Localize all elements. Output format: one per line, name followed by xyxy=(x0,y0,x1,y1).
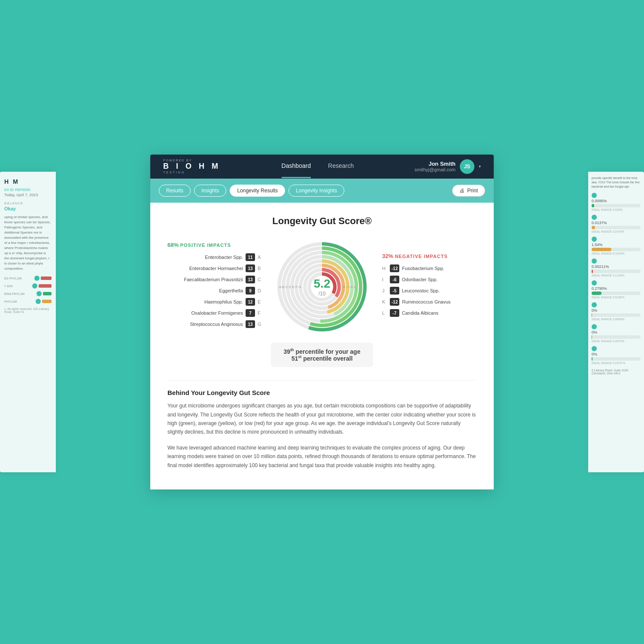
bar-row-7: 0% IDEAL RANGE 0.0070% xyxy=(592,324,641,343)
behind-title: Behind Your Longevity Gut Score xyxy=(167,389,477,396)
peek-balance-value: Okay xyxy=(4,206,52,211)
score-value: 5.2 xyxy=(314,277,331,291)
bar-row-2: 0.0137% IDEAL RANGE 0.0479% xyxy=(592,215,641,233)
left-peek-footer: c. All rights reserved. 425 Literary Roa… xyxy=(4,307,52,313)
page-wrapper: H M Kit ID #5P0000 Today, April 7, 2023 … xyxy=(0,0,644,644)
behind-paragraph-2: We have leveraged advanced machine learn… xyxy=(167,444,477,470)
user-dropdown-arrow[interactable]: ▾ xyxy=(479,164,481,169)
impact-pos-5: Haemophilus Spp. 12 E xyxy=(167,298,262,306)
impact-pos-7: Streptococcus Anginosus 13 G xyxy=(167,320,262,328)
impact-neg-1: H -12 Fusobacterium Spp. xyxy=(382,264,477,272)
bar-row-1: 0.0095% IDEAL RANGE 0.028% xyxy=(592,193,641,211)
tab-results[interactable]: Results xyxy=(159,185,191,197)
peek-kit-id: Kit ID #5P0000 xyxy=(4,188,52,192)
bar-row-4: 0.00211% IDEAL RANGE 0.1140% xyxy=(592,258,641,277)
print-label: Print xyxy=(467,188,478,194)
score-section: 68% POSITIVE IMPACTS Enterobacter Spp. 1… xyxy=(167,240,477,334)
behind-section: Behind Your Longevity Gut Score Your gut… xyxy=(167,380,477,470)
right-footer: 5 Literary Road, Suite #100 Cleveland, O… xyxy=(592,369,641,375)
overall-percentile-text: 51st percentile overall xyxy=(284,355,361,362)
main-card: POWERED BY B I O H M TESTING Dashboard R… xyxy=(150,155,494,489)
user-email: smithyj@gmail.com xyxy=(414,167,456,172)
negative-impacts: 32% NEGATIVE IMPACTS H -12 Fusobacterium… xyxy=(382,253,477,320)
age-pct-suffix: th xyxy=(290,348,294,352)
phylum-row-4: PHYLUM xyxy=(4,299,52,304)
peek-logo: H M xyxy=(4,178,52,185)
content-area: Longevity Gut Score® 68% POSITIVE IMPACT… xyxy=(150,203,494,489)
phylum-icon xyxy=(34,276,39,281)
tab-insights[interactable]: Insights xyxy=(194,185,226,197)
negative-label: NEGATIVE IMPACTS xyxy=(395,254,448,259)
svg-text:H I J K L: H I J K L xyxy=(343,285,356,289)
impact-pos-4: Eggerthella 9 D xyxy=(167,287,262,295)
score-center: 5.2 /10 xyxy=(314,277,331,297)
impact-neg-2: I -6 Odoribacter Spp. xyxy=(382,276,477,283)
phylum-row-1: ES PHYLUM xyxy=(4,276,52,281)
peek-balance-label: BALANCE xyxy=(4,201,52,205)
positive-impacts-header: 68% POSITIVE IMPACTS xyxy=(167,242,262,248)
navbar-logo: POWERED BY B I O H M TESTING xyxy=(163,159,221,174)
impact-neg-3: J -5 Leuconostoc Spp. xyxy=(382,287,477,295)
left-sidebar-peek: H M Kit ID #5P0000 Today, April 7, 2023 … xyxy=(0,172,56,472)
user-info: Jon Smith smithyj@gmail.com xyxy=(414,161,456,172)
age-percentile-text: 39th percentile for your age xyxy=(284,348,361,355)
negative-impacts-header: 32% NEGATIVE IMPACTS xyxy=(382,253,477,259)
bar-row-3: 1.54% IDEAL RANGE 5.3154% xyxy=(592,237,641,255)
navbar: POWERED BY B I O H M TESTING Dashboard R… xyxy=(150,155,494,179)
tab-longevity-results[interactable]: Longevity Results xyxy=(230,185,285,197)
phylum-icon-3 xyxy=(36,291,42,296)
phylum-row-3: ERIA PHYLUM xyxy=(4,291,52,296)
tabs-bar: Results Insights Longevity Results Longe… xyxy=(150,179,494,203)
navbar-user: Jon Smith smithyj@gmail.com JS ▾ xyxy=(414,159,481,174)
positive-label: POSITIVE IMPACTS xyxy=(180,243,231,248)
biohm-logo-text: B I O H M xyxy=(163,162,221,171)
tabs-left: Results Insights Longevity Results Longe… xyxy=(159,185,344,197)
user-name: Jon Smith xyxy=(414,161,456,167)
bar-row-6: 0% IDEAL RANGE 0.8889% xyxy=(592,302,641,321)
printer-icon: 🖨 xyxy=(459,188,465,194)
phylum-icon-2 xyxy=(32,283,37,289)
score-circle: A B C D E F G H I J K L 5.2 /10 xyxy=(275,240,369,334)
nav-research[interactable]: Research xyxy=(328,155,354,178)
right-peek-text: provide specific benefit to the host, ak… xyxy=(592,176,641,188)
percentile-box: 39th percentile for your age 51st percen… xyxy=(271,343,374,367)
impact-neg-4: K -12 Ruminococcus Gnavus xyxy=(382,298,477,306)
phylum-icon-4 xyxy=(36,299,41,304)
behind-paragraph-1: Your gut microbiome undergoes significan… xyxy=(167,401,477,437)
positive-pct: 68% xyxy=(167,242,179,248)
impact-neg-5: L -7 Candida Albicans xyxy=(382,309,477,317)
phylum-row-2: 7.43% xyxy=(4,283,52,289)
peek-date: Today, April 7, 2023 xyxy=(4,193,52,197)
positive-impacts: 68% POSITIVE IMPACTS Enterobacter Spp. 1… xyxy=(167,242,262,331)
overall-pct-suffix: st xyxy=(298,355,301,359)
bar-row-8: 0% IDEAL RANGE 0.0379 % xyxy=(592,346,641,365)
print-button[interactable]: 🖨 Print xyxy=(452,185,485,197)
impact-pos-6: Oxalobacter Formigenes 7 F xyxy=(167,309,262,317)
age-pct-label: percentile for your age xyxy=(296,348,361,355)
impact-pos-3: Faecalibacterium Prausnitzii 13 C xyxy=(167,276,262,283)
peek-description: uping of similar species, and those spec… xyxy=(4,215,52,271)
impact-pos-2: Enterobacter Hormaechei 13 B xyxy=(167,264,262,272)
navbar-nav: Dashboard Research xyxy=(221,155,414,178)
page-title: Longevity Gut Score® xyxy=(167,216,477,227)
overall-pct-label: percentile overall xyxy=(303,355,352,362)
negative-pct: 32% xyxy=(382,253,393,259)
nav-dashboard[interactable]: Dashboard xyxy=(282,155,311,178)
testing-text: TESTING xyxy=(163,171,185,174)
right-sidebar-peek: provide specific benefit to the host, ak… xyxy=(588,172,644,472)
user-avatar[interactable]: JS xyxy=(460,159,474,174)
powered-by-text: POWERED BY xyxy=(163,159,192,162)
score-denominator: /10 xyxy=(314,291,331,297)
impact-pos-1: Enterobacter Spp. 11 A xyxy=(167,253,262,261)
svg-text:A B C D E F G: A B C D E F G xyxy=(279,285,301,289)
tab-longevity-insights[interactable]: Longevity Insights xyxy=(289,185,344,197)
bar-row-5: 0.2790% IDEAL RANGE 0.5299% xyxy=(592,280,641,299)
age-pct-num: 39 xyxy=(284,348,291,355)
overall-pct-num: 51 xyxy=(292,355,298,362)
